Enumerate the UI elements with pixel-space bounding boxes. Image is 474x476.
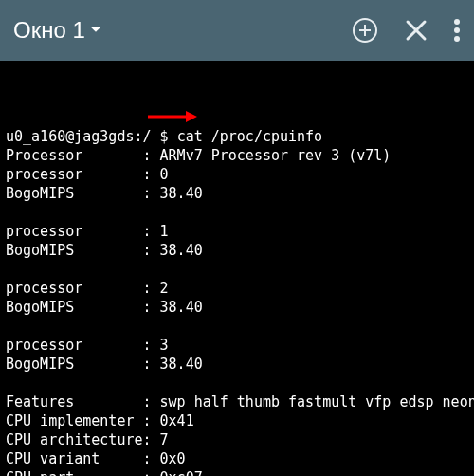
window-title: Окно 1 <box>13 17 85 44</box>
close-button[interactable] <box>404 18 428 43</box>
more-menu-button[interactable] <box>453 18 461 43</box>
terminal-content: u0_a160@jag3gds:/ $ cat /proc/cpuinfo Pr… <box>6 127 468 476</box>
prompt-path: :/ $ <box>134 128 176 145</box>
svg-point-6 <box>454 27 460 33</box>
terminal-output: Processor : ARMv7 Processor rev 3 (v7l) … <box>6 147 474 476</box>
prompt-user: u0_a160@jag3gds <box>6 128 134 145</box>
terminal[interactable]: u0_a160@jag3gds:/ $ cat /proc/cpuinfo Pr… <box>0 61 474 476</box>
svg-point-7 <box>454 36 460 42</box>
command: cat /proc/cpuinfo <box>177 128 323 145</box>
svg-point-5 <box>454 19 460 25</box>
add-button[interactable] <box>351 16 379 45</box>
window-tab[interactable]: Окно 1 <box>13 17 351 44</box>
chevron-down-icon <box>89 23 102 39</box>
titlebar: Окно 1 <box>0 0 474 61</box>
